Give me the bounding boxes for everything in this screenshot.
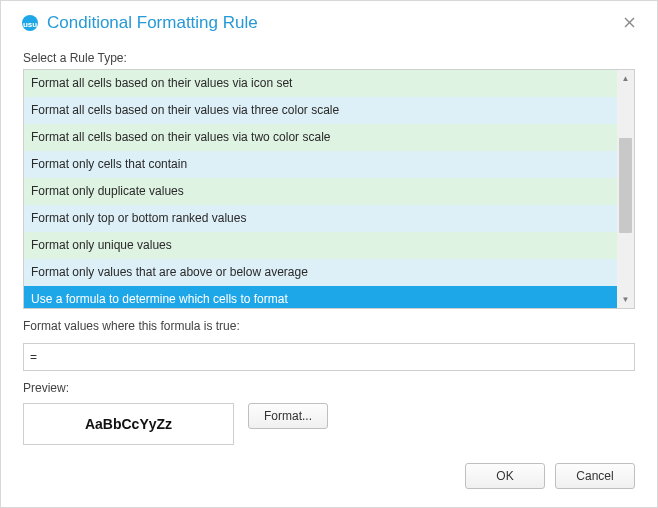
rule-type-list-container: Format all cells based on their values v… xyxy=(23,69,635,309)
dialog-title: Conditional Formatting Rule xyxy=(47,13,618,33)
rule-type-row[interactable]: Format only cells that contain xyxy=(24,151,617,178)
titlebar: usu Conditional Formatting Rule xyxy=(1,1,657,45)
svg-text:usu: usu xyxy=(23,20,37,29)
rule-type-row[interactable]: Format all cells based on their values v… xyxy=(24,97,617,124)
preview-sample: AaBbCcYyZz xyxy=(23,403,234,445)
formula-input[interactable] xyxy=(23,343,635,371)
preview-label: Preview: xyxy=(23,381,635,395)
conditional-formatting-dialog: usu Conditional Formatting Rule Select a… xyxy=(0,0,658,508)
preview-row: AaBbCcYyZz Format... xyxy=(23,403,635,445)
dialog-footer: OK Cancel xyxy=(1,451,657,507)
rule-type-row[interactable]: Format only unique values xyxy=(24,232,617,259)
app-icon: usu xyxy=(21,14,39,32)
rule-type-list[interactable]: Format all cells based on their values v… xyxy=(24,70,617,308)
scroll-down-icon[interactable]: ▼ xyxy=(617,291,634,308)
format-button[interactable]: Format... xyxy=(248,403,328,429)
rule-type-row[interactable]: Use a formula to determine which cells t… xyxy=(24,286,617,308)
ok-button[interactable]: OK xyxy=(465,463,545,489)
dialog-body: Select a Rule Type: Format all cells bas… xyxy=(1,45,657,451)
scroll-thumb[interactable] xyxy=(619,138,632,233)
scroll-up-icon[interactable]: ▲ xyxy=(617,70,634,87)
list-scrollbar[interactable]: ▲ ▼ xyxy=(617,70,634,308)
rule-type-row[interactable]: Format only values that are above or bel… xyxy=(24,259,617,286)
cancel-button[interactable]: Cancel xyxy=(555,463,635,489)
rule-type-row[interactable]: Format all cells based on their values v… xyxy=(24,70,617,97)
rule-type-row[interactable]: Format all cells based on their values v… xyxy=(24,124,617,151)
formula-label: Format values where this formula is true… xyxy=(23,319,635,333)
rule-type-label: Select a Rule Type: xyxy=(23,51,635,65)
close-icon[interactable] xyxy=(618,11,641,35)
rule-type-row[interactable]: Format only duplicate values xyxy=(24,178,617,205)
rule-type-row[interactable]: Format only top or bottom ranked values xyxy=(24,205,617,232)
